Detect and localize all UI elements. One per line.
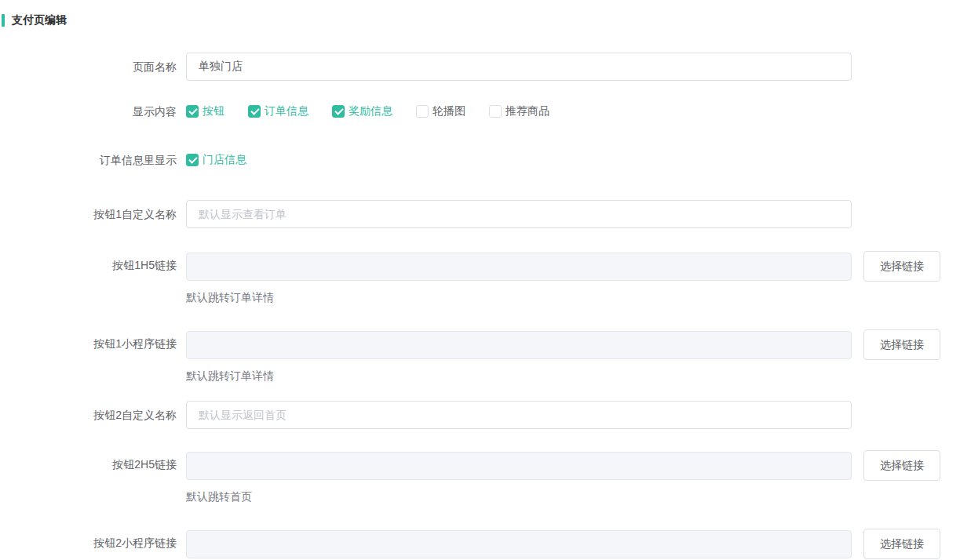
button2-custom-name-input[interactable] bbox=[186, 401, 852, 429]
form-row-page-name: 页面名称 bbox=[0, 53, 960, 81]
section-header: 支付页编辑 bbox=[0, 13, 960, 28]
checkbox-recommend-products[interactable]: 推荐商品 bbox=[489, 104, 549, 118]
checkbox-unchecked-icon bbox=[489, 105, 502, 118]
button1-h5-choose-link-button[interactable]: 选择链接 bbox=[863, 251, 940, 282]
button1-miniprogram-choose-link-button[interactable]: 选择链接 bbox=[863, 329, 940, 360]
payment-page-editor: 支付页编辑 页面名称 显示内容 按钮 订单信息 奖励信息 轮播图 bbox=[0, 0, 960, 559]
checkbox-carousel[interactable]: 轮播图 bbox=[416, 104, 465, 118]
checkbox-store-info[interactable]: 门店信息 bbox=[186, 153, 246, 167]
form-row-order-info-display: 订单信息里显示 门店信息 bbox=[0, 152, 960, 168]
form-label: 按钮1H5链接 bbox=[0, 251, 186, 279]
form-label: 按钮2自定义名称 bbox=[0, 401, 186, 429]
checkbox-buttons[interactable]: 按钮 bbox=[186, 104, 224, 118]
form-label: 按钮2小程序链接 bbox=[0, 529, 186, 557]
form-label: 按钮2H5链接 bbox=[0, 450, 186, 478]
checkbox-checked-icon bbox=[332, 105, 345, 118]
button2-h5-link-input bbox=[186, 452, 852, 480]
form-row-button2-custom-name: 按钮2自定义名称 bbox=[0, 401, 960, 429]
form-label: 页面名称 bbox=[0, 53, 186, 81]
button1-miniprogram-link-input bbox=[186, 331, 852, 359]
form-row-button2-miniprogram-link: 按钮2小程序链接 选择链接 bbox=[0, 529, 960, 559]
form-row-button2-h5-link: 按钮2H5链接 选择链接 默认跳转首页 bbox=[0, 450, 960, 503]
form-label: 显示内容 bbox=[0, 104, 186, 119]
button1-h5-link-input bbox=[186, 253, 852, 281]
checkbox-checked-icon bbox=[186, 154, 199, 166]
button2-miniprogram-choose-link-button[interactable]: 选择链接 bbox=[863, 529, 940, 559]
title-accent-bar bbox=[2, 14, 5, 27]
form-row-button1-miniprogram-link: 按钮1小程序链接 选择链接 默认跳转订单详情 bbox=[0, 329, 960, 382]
form-row-display-content: 显示内容 按钮 订单信息 奖励信息 轮播图 推荐商品 bbox=[0, 104, 960, 119]
form-label: 订单信息里显示 bbox=[0, 152, 186, 168]
button1-custom-name-input[interactable] bbox=[186, 200, 852, 228]
button2-miniprogram-link-input bbox=[186, 530, 852, 558]
helper-text: 默认跳转订单详情 bbox=[186, 369, 940, 382]
helper-text: 默认跳转首页 bbox=[186, 490, 940, 503]
form-label: 按钮1自定义名称 bbox=[0, 200, 186, 228]
checkbox-checked-icon bbox=[186, 105, 199, 118]
checkbox-checked-icon bbox=[248, 105, 261, 118]
form-row-button1-h5-link: 按钮1H5链接 选择链接 默认跳转订单详情 bbox=[0, 251, 960, 304]
checkbox-order-info[interactable]: 订单信息 bbox=[248, 104, 308, 118]
button2-h5-choose-link-button[interactable]: 选择链接 bbox=[863, 450, 940, 481]
form-label: 按钮1小程序链接 bbox=[0, 329, 186, 358]
helper-text: 默认跳转订单详情 bbox=[186, 291, 940, 304]
page-title: 支付页编辑 bbox=[12, 13, 67, 27]
checkbox-reward-info[interactable]: 奖励信息 bbox=[332, 104, 392, 118]
checkbox-unchecked-icon bbox=[416, 105, 429, 118]
page-name-input[interactable] bbox=[186, 53, 852, 81]
form-row-button1-custom-name: 按钮1自定义名称 bbox=[0, 200, 960, 228]
